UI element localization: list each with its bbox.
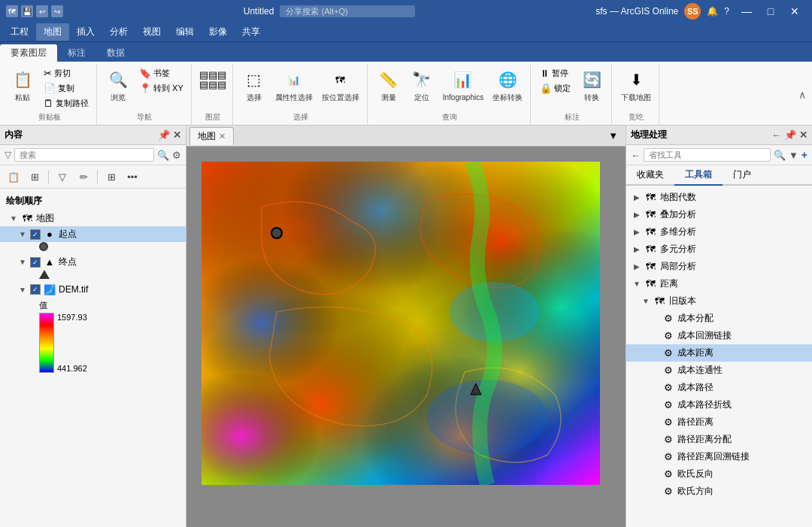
layer-startpoint[interactable]: ▼ ✓ ● 起点 xyxy=(0,226,186,242)
tab-data[interactable]: 数据 xyxy=(96,44,135,62)
layer-btn[interactable]: ▤▤▤▤▤▤ xyxy=(198,66,228,93)
expand-startpoint[interactable]: ▼ xyxy=(18,230,27,239)
expand-distance[interactable]: ▼ xyxy=(632,280,641,289)
expand-endpoint[interactable]: ▼ xyxy=(18,258,27,267)
check-startpoint[interactable]: ✓ xyxy=(30,229,41,240)
pen-btn[interactable]: ✏ xyxy=(74,168,92,186)
close-btn[interactable]: ✕ xyxy=(783,0,806,23)
toolbox-cost-distance[interactable]: ⚙ 成本距离 xyxy=(626,344,812,362)
menu-share[interactable]: 共享 xyxy=(235,23,268,41)
geoprocessing-search-icon[interactable]: 🔍 xyxy=(774,150,786,161)
menu-imagery[interactable]: 影像 xyxy=(201,23,235,41)
attr-select-btn[interactable]: 📊 属性性选择 xyxy=(272,66,316,104)
minimize-btn[interactable]: — xyxy=(735,0,758,23)
locate-btn[interactable]: 🔭 定位 xyxy=(407,66,437,104)
toolbox-map-algebra[interactable]: ▶ 🗺 地图代数 xyxy=(626,189,812,206)
search-icon[interactable]: 🔍 xyxy=(157,150,169,161)
expand-multidim[interactable]: ▶ xyxy=(632,228,641,237)
notification-icon[interactable]: 🔔 xyxy=(707,6,718,17)
geoprocessing-search-input[interactable] xyxy=(644,148,771,162)
convert-btn[interactable]: 🔄 转换 xyxy=(577,66,607,104)
download-map-btn[interactable]: ⬇ 下载地图 xyxy=(618,66,654,104)
grid-btn[interactable]: ⊞ xyxy=(102,168,120,186)
expand-local[interactable]: ▶ xyxy=(632,262,641,271)
more-btn[interactable]: ••• xyxy=(123,168,141,186)
maximize-btn[interactable]: □ xyxy=(759,0,782,23)
map-tab-close[interactable]: ✕ xyxy=(219,132,226,141)
paste-btn[interactable]: 📋 粘贴 xyxy=(8,66,38,104)
sidebar-pin-icon[interactable]: 📌 xyxy=(158,129,170,141)
goto-xy-btn[interactable]: 📍 转到 XY xyxy=(136,81,186,95)
search-dropdown-icon[interactable]: ▼ xyxy=(789,150,798,161)
menu-analysis[interactable]: 分析 xyxy=(102,23,135,41)
tab-toolbox[interactable]: 工具箱 xyxy=(674,165,723,186)
browse-btn[interactable]: 🔍 浏览 xyxy=(103,66,133,104)
expand-map-algebra[interactable]: ▶ xyxy=(632,193,641,202)
expand-legacy[interactable]: ▼ xyxy=(641,297,650,306)
geoprocessing-pin-icon[interactable]: 📌 xyxy=(784,129,796,141)
save-icon[interactable]: 💾 xyxy=(21,5,33,17)
sidebar-close-icon[interactable]: ✕ xyxy=(173,129,181,141)
toolbox-distance[interactable]: ▼ 🗺 距离 xyxy=(626,275,812,292)
tab-portal[interactable]: 门户 xyxy=(723,165,762,186)
expand-overlay[interactable]: ▶ xyxy=(632,210,641,220)
map-tab[interactable]: 地图 ✕ xyxy=(189,127,234,145)
toolbox-euclidean-back[interactable]: ⚙ 欧氏反向 xyxy=(626,465,812,483)
geoprocessing-close-icon[interactable]: ✕ xyxy=(799,129,807,141)
infographics-btn[interactable]: 📊 Infographics xyxy=(440,66,486,104)
table-view-btn[interactable]: 📋 xyxy=(5,168,23,186)
lock-btn[interactable]: 🔒 锁定 xyxy=(537,81,574,95)
toolbox-multidim[interactable]: ▶ 🗺 多维分析 xyxy=(626,223,812,241)
toolbox-path-distance[interactable]: ⚙ 路径距离 xyxy=(626,413,812,431)
check-dem[interactable]: ✓ xyxy=(30,284,41,295)
menu-map[interactable]: 地图 xyxy=(36,23,69,41)
toolbox-local[interactable]: ▶ 🗺 局部分析 xyxy=(626,258,812,275)
copy-btn[interactable]: 📄 复制 xyxy=(41,81,92,95)
loc-select-btn[interactable]: 🗺 按位置选择 xyxy=(319,66,362,104)
menu-project[interactable]: 工程 xyxy=(3,23,36,41)
ribbon-expand[interactable]: ∧ xyxy=(795,65,809,125)
sidebar-search-input[interactable] xyxy=(14,148,154,162)
layer-endpoint[interactable]: ▼ ✓ ▲ 终点 xyxy=(0,254,186,270)
toolbox-cost-connectivity[interactable]: ⚙ 成本连通性 xyxy=(626,362,812,379)
undo-icon[interactable]: ↩ xyxy=(36,5,48,17)
select-btn[interactable]: ⬚ 选择 xyxy=(239,66,269,104)
copy-path-btn[interactable]: 🗒 复制路径 xyxy=(41,96,92,111)
toolbox-cost-path-polyline[interactable]: ⚙ 成本路径折线 xyxy=(626,396,812,413)
toolbox-legacy[interactable]: ▼ 🗺 旧版本 xyxy=(626,292,812,310)
filter-btn[interactable]: ▽ xyxy=(53,168,71,186)
toolbox-cost-allocation[interactable]: ⚙ 成本分配 xyxy=(626,310,812,327)
map-tab-dropdown[interactable]: ▼ xyxy=(604,129,623,143)
expand-dem[interactable]: ▼ xyxy=(18,285,27,294)
expand-multivariate[interactable]: ▶ xyxy=(632,245,641,254)
layer-map[interactable]: ▼ 🗺 地图 xyxy=(0,210,186,226)
menu-edit[interactable]: 编辑 xyxy=(168,23,201,41)
toolbox-path-distance-alloc[interactable]: ⚙ 路径距离分配 xyxy=(626,431,812,448)
add-tool-icon[interactable]: + xyxy=(801,149,807,161)
help-icon[interactable]: ? xyxy=(724,6,729,17)
back-search-icon[interactable]: ← xyxy=(631,150,641,161)
bookmark-btn[interactable]: 🔖 书签 xyxy=(136,66,186,80)
check-endpoint[interactable]: ✓ xyxy=(30,257,41,268)
menu-insert[interactable]: 插入 xyxy=(69,23,102,41)
tab-favorites[interactable]: 收藏夹 xyxy=(626,165,674,186)
toolbox-cost-backlink[interactable]: ⚙ 成本回溯链接 xyxy=(626,327,812,344)
toolbox-multivariate[interactable]: ▶ 🗺 多元分析 xyxy=(626,241,812,258)
cut-btn[interactable]: ✂ 剪切 xyxy=(41,66,92,80)
layer-dem[interactable]: ▼ ✓ 🗾 DEM.tif xyxy=(0,282,186,297)
expand-map[interactable]: ▼ xyxy=(9,214,18,223)
sidebar-settings-icon[interactable]: ⚙ xyxy=(172,150,181,161)
toolbox-overlay[interactable]: ▶ 🗺 叠加分析 xyxy=(626,206,812,223)
coord-convert-btn[interactable]: 🌐 坐标转换 xyxy=(489,66,526,104)
tab-feature-layer[interactable]: 要素图层 xyxy=(0,44,57,62)
menu-view[interactable]: 视图 xyxy=(135,23,168,41)
tab-label[interactable]: 标注 xyxy=(57,44,96,62)
pause-btn[interactable]: ⏸ 暂停 xyxy=(537,66,574,80)
global-search[interactable] xyxy=(280,5,415,17)
measure-btn[interactable]: 📏 测量 xyxy=(374,66,404,104)
layers-view-btn[interactable]: ⊞ xyxy=(26,168,44,186)
redo-icon[interactable]: ↪ xyxy=(51,5,63,17)
toolbox-cost-path[interactable]: ⚙ 成本路径 xyxy=(626,379,812,396)
toolbox-path-distance-backlink[interactable]: ⚙ 路径距离回溯链接 xyxy=(626,448,812,465)
toolbox-euclidean-dir[interactable]: ⚙ 欧氏方向 xyxy=(626,483,812,500)
